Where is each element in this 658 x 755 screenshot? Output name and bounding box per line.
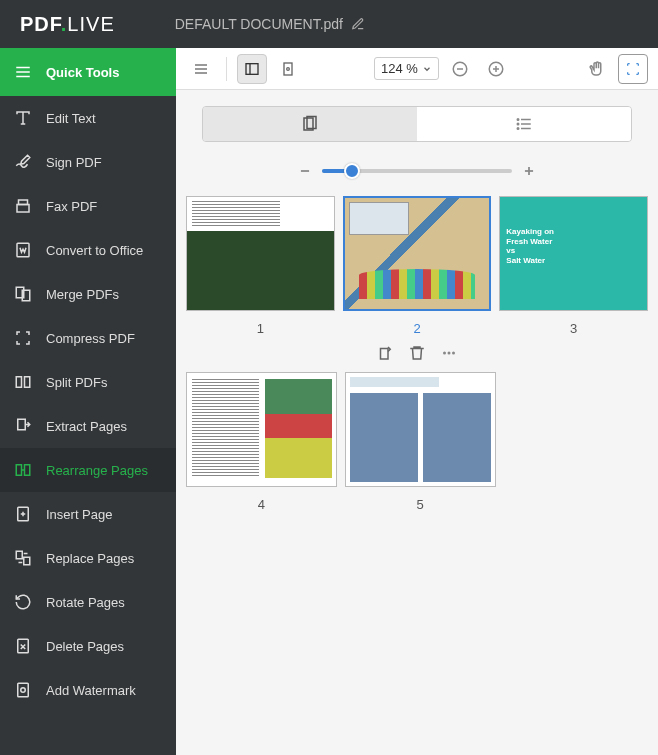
sidebar-item-convert[interactable]: Convert to Office bbox=[0, 228, 176, 272]
page-view-button[interactable] bbox=[273, 54, 303, 84]
document-name-text: DEFAULT DOCUMENT.pdf bbox=[175, 16, 343, 32]
svg-point-36 bbox=[517, 119, 519, 121]
watermark-icon bbox=[14, 681, 32, 699]
menu-icon bbox=[14, 63, 32, 81]
sidebar-item-extract[interactable]: Extract Pages bbox=[0, 404, 176, 448]
chevron-down-icon bbox=[422, 64, 432, 74]
page-icon bbox=[280, 61, 296, 77]
replace-icon bbox=[14, 549, 32, 567]
app-header: PDF.LIVE DEFAULT DOCUMENT.pdf bbox=[0, 0, 658, 48]
svg-rect-42 bbox=[381, 349, 389, 360]
edit-icon[interactable] bbox=[351, 17, 365, 31]
svg-rect-22 bbox=[246, 63, 258, 74]
sidebar-quick-tools[interactable]: Quick Tools bbox=[0, 48, 176, 96]
rearrange-icon bbox=[14, 461, 32, 479]
trash-icon[interactable] bbox=[408, 344, 426, 362]
svg-point-43 bbox=[443, 352, 446, 355]
page-thumb-1[interactable]: 1 bbox=[186, 196, 335, 362]
extract-icon bbox=[14, 417, 32, 435]
marquee-button[interactable] bbox=[618, 54, 648, 84]
sidebar-item-sign[interactable]: Sign PDF bbox=[0, 140, 176, 184]
panel-icon bbox=[244, 61, 260, 77]
svg-point-18 bbox=[21, 688, 26, 693]
view-mode-tabs bbox=[202, 106, 632, 142]
sidebar-item-edit-text[interactable]: Edit Text bbox=[0, 96, 176, 140]
page-thumb-3[interactable]: Kayaking on Fresh Water vs Salt Water3 bbox=[499, 196, 648, 362]
sign-icon bbox=[14, 153, 32, 171]
thumb-actions bbox=[376, 344, 458, 362]
svg-rect-9 bbox=[25, 377, 30, 388]
split-icon bbox=[14, 373, 32, 391]
svg-rect-10 bbox=[18, 419, 26, 430]
svg-rect-12 bbox=[25, 465, 30, 476]
compress-icon bbox=[14, 329, 32, 347]
sidebar-item-delete[interactable]: Delete Pages bbox=[0, 624, 176, 668]
thumbnail-grid: 1 2 Kayaking on Fresh Water vs Salt Wate… bbox=[176, 196, 658, 522]
svg-rect-11 bbox=[16, 465, 21, 476]
hamburger-button[interactable] bbox=[186, 54, 216, 84]
rotate-page-icon[interactable] bbox=[376, 344, 394, 362]
sidebar-item-rotate[interactable]: Rotate Pages bbox=[0, 580, 176, 624]
more-icon[interactable] bbox=[440, 344, 458, 362]
svg-rect-15 bbox=[24, 557, 30, 565]
logo-pdf: PDF bbox=[20, 13, 61, 35]
sidebar-item-merge[interactable]: Merge PDFs bbox=[0, 272, 176, 316]
sidebar-item-insert[interactable]: Insert Page bbox=[0, 492, 176, 536]
text-icon bbox=[14, 109, 32, 127]
rotate-icon bbox=[14, 593, 32, 611]
thumbnail-view-tab[interactable] bbox=[203, 107, 417, 141]
page-thumb-5[interactable]: 5 bbox=[345, 372, 496, 512]
fax-icon bbox=[14, 197, 32, 215]
pan-button[interactable] bbox=[582, 54, 612, 84]
sidebar-item-fax[interactable]: Fax PDF bbox=[0, 184, 176, 228]
svg-rect-24 bbox=[284, 63, 292, 75]
sidebar-item-split[interactable]: Split PDFs bbox=[0, 360, 176, 404]
thumbnail-icon bbox=[301, 115, 319, 133]
thumbnail-size-slider-row bbox=[176, 164, 658, 178]
marquee-icon bbox=[625, 61, 641, 77]
zoom-in-button[interactable] bbox=[481, 54, 511, 84]
minus-circle-icon bbox=[451, 60, 469, 78]
svg-point-25 bbox=[287, 67, 290, 70]
sidebar: Quick Tools Edit Text Sign PDF Fax PDF C… bbox=[0, 48, 176, 755]
svg-point-37 bbox=[517, 123, 519, 125]
merge-icon bbox=[14, 285, 32, 303]
zoom-out-button[interactable] bbox=[445, 54, 475, 84]
word-icon bbox=[14, 241, 32, 259]
page-thumb-4[interactable]: 4 bbox=[186, 372, 337, 512]
svg-point-38 bbox=[517, 128, 519, 130]
minus-icon[interactable] bbox=[298, 164, 312, 178]
logo: PDF.LIVE bbox=[20, 13, 115, 36]
zoom-level[interactable]: 124 % bbox=[374, 57, 439, 80]
hand-icon bbox=[588, 60, 606, 78]
thumbnail-size-slider[interactable] bbox=[322, 169, 512, 173]
insert-icon bbox=[14, 505, 32, 523]
list-view-tab[interactable] bbox=[417, 107, 631, 141]
delete-page-icon bbox=[14, 637, 32, 655]
sidebar-item-rearrange[interactable]: Rearrange Pages bbox=[0, 448, 176, 492]
svg-rect-4 bbox=[17, 205, 29, 213]
svg-point-44 bbox=[448, 352, 451, 355]
svg-rect-14 bbox=[16, 551, 22, 559]
svg-point-45 bbox=[452, 352, 455, 355]
sidebar-quick-label: Quick Tools bbox=[46, 65, 119, 80]
svg-rect-8 bbox=[16, 377, 21, 388]
hamburger-icon bbox=[193, 61, 209, 77]
sidebar-item-watermark[interactable]: Add Watermark bbox=[0, 668, 176, 712]
plus-circle-icon bbox=[487, 60, 505, 78]
document-name[interactable]: DEFAULT DOCUMENT.pdf bbox=[175, 16, 365, 32]
sidebar-item-compress[interactable]: Compress PDF bbox=[0, 316, 176, 360]
logo-live: LIVE bbox=[67, 13, 114, 35]
sidebar-item-replace[interactable]: Replace Pages bbox=[0, 536, 176, 580]
plus-icon[interactable] bbox=[522, 164, 536, 178]
list-icon bbox=[515, 115, 533, 133]
svg-rect-17 bbox=[18, 683, 29, 697]
slider-thumb[interactable] bbox=[344, 163, 360, 179]
main-panel: 124 % 1 2 bbox=[176, 48, 658, 755]
toolbar: 124 % bbox=[176, 48, 658, 90]
sidebar-toggle-button[interactable] bbox=[237, 54, 267, 84]
page-thumb-2[interactable]: 2 bbox=[343, 196, 492, 362]
